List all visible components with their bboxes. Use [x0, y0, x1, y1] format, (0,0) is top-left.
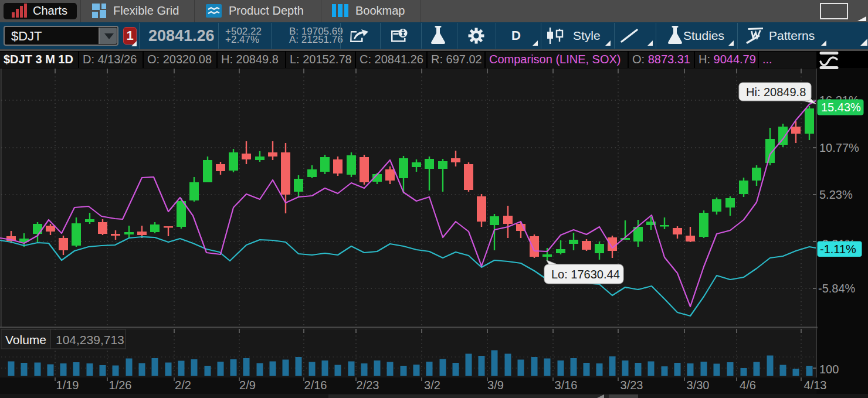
- svg-text:2/2: 2/2: [175, 379, 191, 392]
- svg-text:3/16: 3/16: [555, 379, 578, 392]
- svg-text:1/26: 1/26: [109, 379, 132, 392]
- svg-text:3/2: 3/2: [424, 379, 440, 392]
- svg-text:15.43%: 15.43%: [821, 101, 861, 114]
- svg-text:2/23: 2/23: [357, 379, 379, 392]
- svg-text:-5.84%: -5.84%: [818, 282, 856, 295]
- svg-text:3/9: 3/9: [487, 379, 504, 392]
- svg-text:Hi: 20849.8: Hi: 20849.8: [746, 86, 806, 98]
- svg-text:104,239,713: 104,239,713: [56, 333, 124, 346]
- svg-text:5.23%: 5.23%: [819, 188, 853, 201]
- svg-text:Lo: 17630.44: Lo: 17630.44: [551, 268, 620, 281]
- svg-text:100: 100: [819, 363, 839, 376]
- svg-text:4/13: 4/13: [804, 379, 827, 392]
- svg-text:1/19: 1/19: [56, 379, 79, 392]
- svg-text:2/16: 2/16: [304, 379, 327, 392]
- svg-text:-1.11%: -1.11%: [820, 243, 856, 256]
- svg-text:4/6: 4/6: [740, 379, 756, 392]
- svg-text:10.77%: 10.77%: [819, 141, 859, 154]
- svg-text:3/23: 3/23: [621, 379, 643, 392]
- svg-text:3/30: 3/30: [687, 379, 710, 392]
- svg-text:2/9: 2/9: [239, 379, 256, 392]
- svg-text:Volume: Volume: [5, 333, 46, 346]
